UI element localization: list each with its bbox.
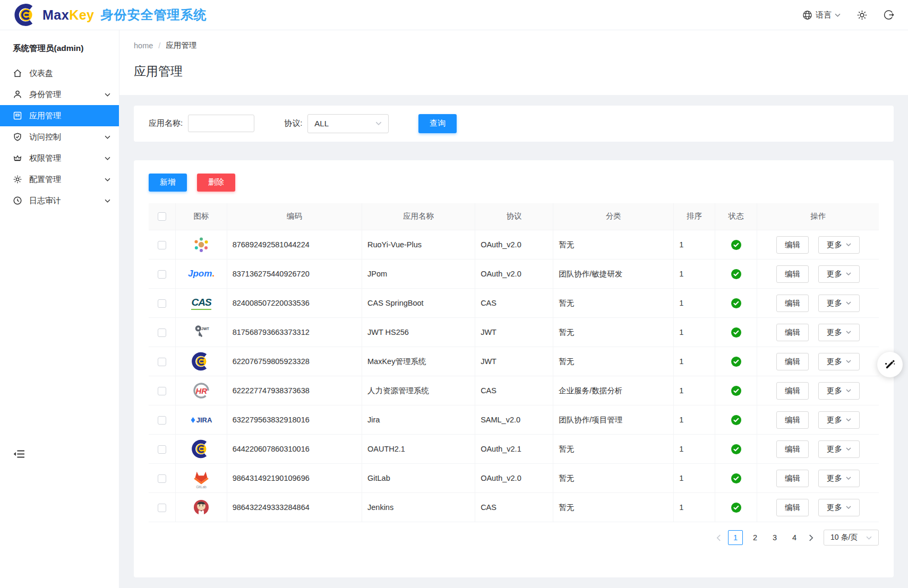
app-name-filter-label: 应用名称:: [149, 118, 183, 128]
language-label: 语言: [816, 10, 832, 20]
edit-button[interactable]: 编辑: [776, 324, 809, 341]
row-checkbox[interactable]: [158, 474, 166, 483]
prev-page-button[interactable]: [714, 534, 723, 541]
chevron-down-icon: [846, 301, 851, 305]
language-menu[interactable]: 语言: [802, 10, 841, 20]
page-size-select[interactable]: 10 条/页: [824, 530, 879, 546]
sidebar-item-app[interactable]: 应用管理: [0, 105, 119, 126]
breadcrumb-separator: /: [158, 41, 160, 50]
sidebar-item-gear[interactable]: 配置管理: [0, 169, 119, 190]
jira-logo-icon: JIRA: [190, 408, 213, 431]
chevron-down-icon: [846, 272, 851, 275]
page-4-button[interactable]: 4: [787, 530, 802, 545]
more-button[interactable]: 更多: [818, 236, 860, 254]
status-enabled-icon: [731, 298, 741, 308]
row-checkbox[interactable]: [158, 270, 166, 279]
delete-button[interactable]: 删除: [197, 174, 235, 192]
status-enabled-icon: [731, 327, 741, 338]
logout-icon[interactable]: [884, 10, 894, 20]
jwt-logo-icon: JWT: [190, 321, 213, 344]
home-icon: [13, 68, 22, 78]
chevron-down-icon: [846, 389, 851, 392]
app-protocol-cell: OAuth_v2.0: [475, 230, 553, 260]
page-title: 应用管理: [134, 63, 894, 80]
chevron-down-icon: [846, 418, 851, 421]
row-checkbox[interactable]: [158, 328, 166, 337]
filter-card: 应用名称: 协议: ALL 查询: [134, 106, 894, 142]
chevron-down-icon: [846, 360, 851, 363]
app-name-cell: RuoYi-Vue-Plus: [362, 230, 475, 260]
menu-fold-icon[interactable]: [13, 449, 25, 461]
app-code-cell: 622227747938373638: [227, 376, 362, 405]
app-protocol-cell: OAuth_v2.0: [475, 464, 553, 493]
protocol-select[interactable]: ALL: [307, 114, 389, 133]
table-row: HR 622227747938373638 人力资源管理系统 CAS 企业服务/…: [149, 376, 879, 405]
app-name-filter-input[interactable]: [188, 115, 254, 132]
sidebar-item-label: 日志审计: [29, 196, 61, 206]
edit-button[interactable]: 编辑: [776, 382, 809, 400]
row-checkbox[interactable]: [158, 358, 166, 366]
row-checkbox[interactable]: [158, 445, 166, 454]
page-size-value: 10 条/页: [830, 533, 858, 542]
add-button[interactable]: 新增: [149, 174, 187, 192]
more-button[interactable]: 更多: [818, 499, 860, 516]
protocol-filter-label: 协议:: [284, 118, 302, 128]
app-name-cell: CAS SpringBoot: [362, 289, 475, 318]
row-checkbox[interactable]: [158, 416, 166, 425]
edit-button[interactable]: 编辑: [776, 411, 809, 429]
app-code-cell: 824008507220033536: [227, 289, 362, 318]
more-button[interactable]: 更多: [818, 411, 860, 429]
more-button[interactable]: 更多: [818, 265, 860, 283]
more-button[interactable]: 更多: [818, 440, 860, 458]
page-head: home / 应用管理 应用管理: [119, 30, 908, 95]
sidebar-item-shield[interactable]: 访问控制: [0, 126, 119, 148]
clock-icon: [13, 196, 22, 205]
sidebar-item-clock[interactable]: 日志审计: [0, 190, 119, 211]
app-protocol-cell: OAuth_v2.0: [475, 260, 553, 289]
app-code-cell: 817568793663373312: [227, 318, 362, 347]
edit-button[interactable]: 编辑: [776, 353, 809, 370]
sidebar-item-crown[interactable]: 权限管理: [0, 148, 119, 169]
chevron-down-icon: [835, 13, 841, 17]
more-button[interactable]: 更多: [818, 470, 860, 487]
magic-wand-button[interactable]: [877, 352, 903, 377]
edit-button[interactable]: 编辑: [776, 499, 809, 516]
select-all-checkbox[interactable]: [158, 212, 166, 221]
column-header-icon: 图标: [176, 203, 227, 230]
user-icon: [13, 90, 22, 99]
edit-button[interactable]: 编辑: [776, 295, 809, 312]
app-sort-cell: 1: [674, 230, 715, 260]
edit-button[interactable]: 编辑: [776, 236, 809, 254]
status-enabled-icon: [731, 386, 741, 396]
next-page-button[interactable]: [807, 534, 816, 541]
row-checkbox[interactable]: [158, 241, 166, 249]
more-button[interactable]: 更多: [818, 382, 860, 400]
more-button[interactable]: 更多: [818, 324, 860, 341]
edit-button[interactable]: 编辑: [776, 265, 809, 283]
edit-button[interactable]: 编辑: [776, 440, 809, 458]
settings-gear-icon[interactable]: [856, 10, 868, 21]
more-button[interactable]: 更多: [818, 295, 860, 312]
breadcrumb-home[interactable]: home: [134, 41, 153, 50]
sidebar-item-user[interactable]: 身份管理: [0, 84, 119, 105]
app-name-cell: MaxKey管理系统: [362, 347, 475, 376]
more-button[interactable]: 更多: [818, 353, 860, 370]
app-category-cell: 企业服务/数据分析: [553, 376, 674, 405]
row-checkbox[interactable]: [158, 299, 166, 308]
app-name-cell: Jenkins: [362, 493, 475, 522]
chevron-down-icon: [846, 477, 851, 480]
maxkey-logo-icon: [190, 350, 213, 373]
status-enabled-icon: [731, 240, 741, 250]
row-checkbox[interactable]: [158, 504, 166, 512]
table-row: CAS 824008507220033536 CAS SpringBoot CA…: [149, 289, 879, 318]
page-3-button[interactable]: 3: [767, 530, 782, 545]
chevron-down-icon: [846, 506, 851, 509]
edit-button[interactable]: 编辑: [776, 470, 809, 487]
page-1-button[interactable]: 1: [728, 530, 743, 545]
search-button[interactable]: 查询: [418, 114, 457, 133]
sidebar-item-label: 应用管理: [29, 111, 61, 121]
page-2-button[interactable]: 2: [748, 530, 763, 545]
sidebar-item-home[interactable]: 仪表盘: [0, 63, 119, 84]
app-category-cell: 暂无: [553, 347, 674, 376]
row-checkbox[interactable]: [158, 387, 166, 395]
